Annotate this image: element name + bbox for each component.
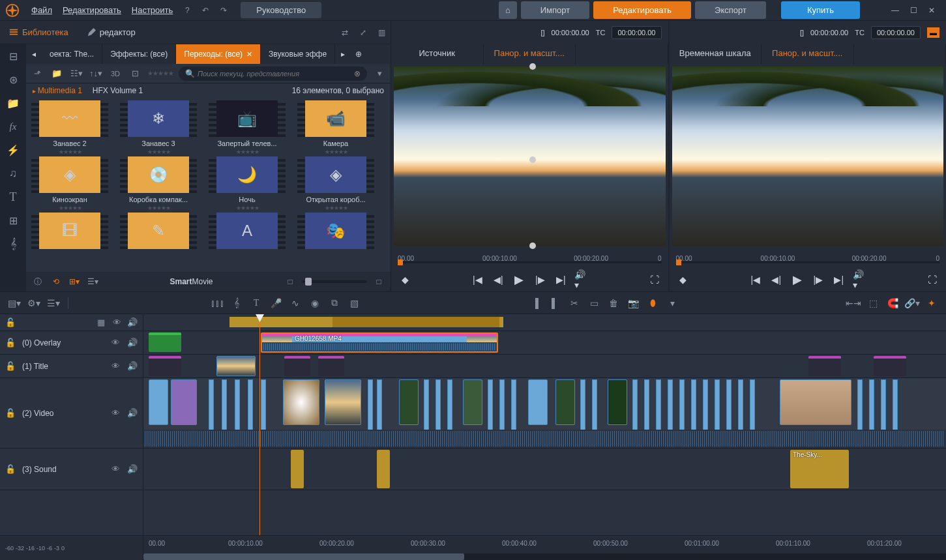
goto-end-icon[interactable]: ▶|: [832, 273, 846, 287]
clip-sky[interactable]: The-Sky...: [790, 450, 849, 488]
tab-pan-zoom-2[interactable]: Панор. и масшт....: [761, 44, 854, 64]
clip[interactable]: [291, 450, 304, 488]
edit-button[interactable]: Редактировать: [593, 1, 691, 19]
magnet-icon[interactable]: 🧲: [885, 295, 900, 311]
cat-title-icon[interactable]: T: [0, 185, 26, 209]
title-header[interactable]: 🔓 (1) Title 👁 🔊: [0, 355, 143, 378]
lock-icon[interactable]: 🔓: [5, 408, 16, 419]
source-ruler[interactable]: 00.00 00:00:10.00 00:00:20.00 0: [391, 248, 668, 268]
buy-button[interactable]: Купить: [781, 1, 860, 19]
zoom-in-icon[interactable]: □: [372, 275, 385, 288]
sound-header[interactable]: 🔓 (3) Sound 👁 🔊: [0, 449, 143, 490]
video-header[interactable]: 🔓 (2) Video 👁 🔊: [0, 378, 143, 449]
close-icon[interactable]: ✕: [926, 5, 937, 16]
search-box[interactable]: 🔍 ⊗: [179, 66, 367, 81]
rating-filter[interactable]: ★★★★★: [147, 70, 173, 77]
overlay-track[interactable]: GH012658.MP4: [143, 331, 946, 355]
clip[interactable]: [149, 379, 168, 425]
tab-timeline[interactable]: Временная шкала: [670, 44, 762, 64]
cat-folder-icon[interactable]: 📁: [0, 91, 26, 115]
ducking-icon[interactable]: ∿: [288, 295, 303, 311]
menu-edit[interactable]: Редактировать: [57, 5, 126, 15]
speaker-icon[interactable]: 🔊: [127, 464, 138, 475]
timeline-tracks[interactable]: GH012658.MP4: [143, 314, 946, 535]
clip[interactable]: [808, 356, 841, 376]
view-list-icon[interactable]: ☷▾: [69, 66, 83, 81]
zoom-slider[interactable]: [302, 280, 367, 283]
playhead[interactable]: [259, 314, 260, 535]
speaker-icon[interactable]: 🔊: [127, 338, 138, 348]
search-input[interactable]: [198, 70, 354, 78]
refresh-icon[interactable]: ⟲: [50, 275, 63, 288]
clip[interactable]: [149, 332, 181, 352]
layout-icon[interactable]: ▥: [374, 25, 389, 40]
clip[interactable]: [874, 356, 906, 376]
thumb-item[interactable]: ◈Открытая короб...★★★★★: [297, 156, 374, 211]
tab-blank-2[interactable]: [854, 44, 947, 64]
speaker-icon[interactable]: 🔊: [127, 361, 138, 372]
goto-start-icon[interactable]: |◀: [470, 273, 484, 287]
speaker-icon[interactable]: 🔊: [127, 408, 138, 419]
cat-montage-icon[interactable]: ⊞: [0, 209, 26, 232]
loop-icon[interactable]: ◆: [676, 273, 690, 287]
timeline-scrollbar[interactable]: [143, 553, 946, 560]
bc-hfx[interactable]: HFX Volume 1: [93, 86, 143, 95]
thumb-item[interactable]: 🎭: [297, 213, 374, 249]
mixer-icon[interactable]: ⫿⫿⫿: [209, 295, 225, 311]
tc-input[interactable]: 00:00:00.00: [612, 26, 661, 39]
multicam-icon[interactable]: ⧉: [327, 295, 342, 311]
expand-icon[interactable]: ⤢: [355, 25, 371, 40]
clip[interactable]: [399, 379, 419, 425]
voiceover-icon[interactable]: 🎤: [268, 295, 284, 311]
clip-gh[interactable]: GH012658.MP4: [261, 332, 498, 353]
trim-icon[interactable]: ▭: [586, 295, 602, 311]
clip[interactable]: [318, 356, 344, 376]
mark-out-icon[interactable]: ▌: [547, 295, 563, 311]
sort-icon[interactable]: ↑↓▾: [89, 66, 103, 81]
edit-mode-icon[interactable]: ✦: [924, 295, 939, 311]
filter-prev-icon[interactable]: ◂: [26, 44, 42, 64]
tab-source[interactable]: Источник: [391, 44, 484, 64]
delete-icon[interactable]: 🗑: [606, 295, 621, 311]
thumb-item[interactable]: ❄Занавес 3★★★★★: [120, 100, 197, 155]
clear-search-icon[interactable]: ⊗: [354, 69, 361, 78]
timeline-ruler-track[interactable]: [143, 314, 946, 331]
goto-end-icon[interactable]: ▶|: [554, 273, 568, 287]
step-fwd-icon[interactable]: |▶: [811, 273, 825, 287]
fullscreen-icon[interactable]: ⛶: [925, 273, 939, 287]
scene-icon[interactable]: ⊡: [128, 66, 142, 81]
motion-icon[interactable]: ▧: [346, 295, 362, 311]
volume-icon[interactable]: 🔊▾: [574, 273, 589, 287]
export-button[interactable]: Экспорт: [695, 1, 766, 19]
clip[interactable]: [528, 379, 548, 425]
thumb-item[interactable]: 🌙Ночь★★★★★: [209, 156, 286, 211]
eye-all-icon[interactable]: 👁: [111, 317, 122, 328]
lock-icon[interactable]: 🔓: [5, 361, 16, 372]
step-fwd-icon[interactable]: |▶: [533, 273, 547, 287]
storyboard-icon[interactable]: ▦: [96, 317, 106, 328]
cat-bin-icon[interactable]: ⊟: [0, 44, 26, 68]
title-tool-icon[interactable]: T: [248, 295, 264, 311]
link-icon[interactable]: 🔗▾: [904, 295, 920, 311]
time-ruler[interactable]: 00.00 00:00:10.00 00:00:20.00 00:00:30.0…: [143, 536, 946, 560]
timeline-ruler[interactable]: 00.00 00:00:10.00 00:00:20.00 0: [670, 248, 947, 268]
eye-icon[interactable]: 👁: [110, 464, 121, 475]
marker-menu-icon[interactable]: ▾: [664, 295, 680, 311]
help-icon[interactable]: ?: [179, 3, 195, 18]
tl-tracks-icon[interactable]: ☰▾: [46, 295, 61, 311]
menu-file[interactable]: Файл: [26, 5, 57, 15]
clip[interactable]: [171, 379, 197, 425]
search-options-icon[interactable]: ▾: [372, 66, 387, 81]
tl-layout-icon[interactable]: ▤▾: [7, 295, 22, 311]
cat-transitions-icon[interactable]: ⚡: [0, 138, 26, 162]
clip[interactable]: [216, 356, 256, 376]
cat-music-icon[interactable]: ♫: [0, 162, 26, 185]
undo-icon[interactable]: ↶: [198, 3, 213, 18]
insert-icon[interactable]: ⬚: [865, 295, 881, 311]
filter-effects[interactable]: Эффекты: (все): [102, 44, 176, 64]
grid-view-icon[interactable]: ⊞▾: [68, 275, 81, 288]
thumb-item[interactable]: A: [209, 213, 286, 249]
3d-icon[interactable]: ◉: [307, 295, 323, 311]
clip[interactable]: [149, 356, 181, 376]
play-icon[interactable]: ▶: [790, 273, 805, 287]
